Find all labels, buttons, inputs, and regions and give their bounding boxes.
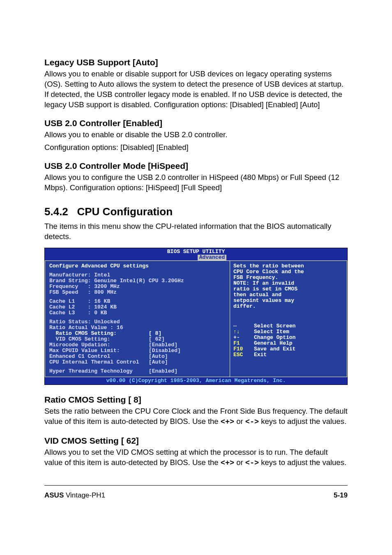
bios-line: Brand String: Genuine Intel(R) CPU 3.20G… <box>49 278 226 284</box>
nav-label: Select Screen <box>254 323 295 329</box>
text: keys to adjust the values. <box>259 458 346 467</box>
body-usb20-1: Allows you to enable or disable the USB … <box>44 130 348 140</box>
body-vid-cmos: Allows you to set the VID CMOS setting a… <box>44 447 348 469</box>
section-title: CPU Configuration <box>77 205 173 218</box>
bios-line: Ratio CMOS Setting: [ 8] <box>49 331 226 336</box>
nav-key: ESC <box>233 352 254 358</box>
heading-legacy-usb: Legacy USB Support [Auto] <box>44 58 348 67</box>
bios-line: Enhanced C1 Control [Auto] <box>49 354 226 359</box>
bios-line: Ratio Status: Unlocked <box>49 319 226 325</box>
body-usb20-2: Configuration options: [Disabled] [Enabl… <box>44 143 348 153</box>
bios-line: Ratio Actual Value : 16 <box>49 325 226 331</box>
bios-help: Sets the ratio between <box>233 263 344 269</box>
key-minus: <-> <box>245 459 259 467</box>
bios-line: Microcode Updation: [Enabled] <box>49 342 226 348</box>
bios-tab-advanced: Advanced <box>198 255 226 260</box>
bios-line: Cache L2 : 1024 KB <box>49 304 226 310</box>
footer-page: 5-19 <box>334 491 348 500</box>
bios-help: setpoint values may <box>233 298 344 304</box>
nav-label: General Help <box>254 341 293 346</box>
footer-left: ASUS Vintage-PH1 <box>44 491 105 500</box>
bios-line: VID CMOS Setting: [ 62] <box>49 336 226 342</box>
bios-left-pane: Configure Advanced CPU settings Manufact… <box>45 260 230 377</box>
footer-model: Vintage-PH1 <box>64 491 105 499</box>
nav-label: Save and Exit <box>254 346 295 352</box>
bios-line: Manufacturer: Intel <box>49 272 226 278</box>
nav-key: ↔ <box>233 323 254 329</box>
bios-nav-row: ↔Select Screen <box>233 323 344 329</box>
bios-line: Cache L1 : 16 KB <box>49 299 226 304</box>
text: keys to adjust the values. <box>259 417 346 426</box>
key-plus: <+> <box>221 459 234 467</box>
nav-label: Change Option <box>254 335 295 341</box>
nav-key: ↑↓ <box>233 329 254 335</box>
bios-nav-row: +-Change Option <box>233 335 344 341</box>
bios-titlebar: BIOS SETUP UTILITY Advanced <box>45 248 347 260</box>
nav-key: +- <box>233 335 254 341</box>
footer-rule <box>44 485 348 486</box>
bios-left-heading: Configure Advanced CPU settings <box>49 263 226 269</box>
bios-help: differ. <box>233 304 344 309</box>
bios-line: Hyper Threading Technology [Enabled] <box>49 368 226 374</box>
bios-title-text: BIOS SETUP UTILITY <box>45 249 347 255</box>
bios-copyright: v00.00 (C)Copyright 1985-2003, American … <box>45 377 347 385</box>
bios-help: CPU Core Clock and the <box>233 269 344 275</box>
body-cpu-config: The items in this menu show the CPU-rela… <box>44 221 348 242</box>
text: or <box>234 458 245 467</box>
bios-screenshot: BIOS SETUP UTILITY Advanced Configure Ad… <box>44 248 348 385</box>
bios-nav-row: ↑↓Select Item <box>233 329 344 335</box>
bios-right-pane: Sets the ratio between CPU Core Clock an… <box>230 260 347 377</box>
heading-ratio-cmos: Ratio CMOS Setting [ 8] <box>44 395 348 405</box>
bios-line: Cache L3 : 0 KB <box>49 310 226 316</box>
nav-label: Select Item <box>254 329 289 335</box>
section-number: 5.4.2 <box>44 205 68 218</box>
body-legacy-usb: Allows you to enable or disable support … <box>44 69 348 110</box>
bios-line: CPU Internal Thermal Control [Auto] <box>49 359 226 365</box>
heading-vid-cmos: VID CMOS Setting [ 62] <box>44 436 348 446</box>
nav-key: F10 <box>233 346 254 352</box>
body-usb20-mode: Allows you to configure the USB 2.0 cont… <box>44 173 348 193</box>
heading-cpu-configuration: 5.4.2 CPU Configuration <box>44 205 348 218</box>
bios-help: FSB Frequency. <box>233 275 344 281</box>
text: or <box>234 417 245 426</box>
key-minus: <-> <box>245 418 259 426</box>
bios-help: NOTE: If an invalid <box>233 281 344 286</box>
bios-help: then actual and <box>233 292 344 298</box>
footer-brand: ASUS <box>44 491 64 499</box>
key-plus: <+> <box>221 418 234 426</box>
bios-nav-row: F10Save and Exit <box>233 346 344 352</box>
heading-usb20-controller: USB 2.0 Controller [Enabled] <box>44 118 348 128</box>
bios-nav-row: F1General Help <box>233 341 344 346</box>
bios-line: Max CPUID Value Limit: [Disabled] <box>49 348 226 354</box>
page-footer: ASUS Vintage-PH1 5-19 <box>44 489 348 500</box>
bios-line: Frequency : 3200 MHz <box>49 284 226 290</box>
body-ratio-cmos: Sets the ratio between the CPU Core Cloc… <box>44 406 348 428</box>
bios-line: FSB Speed : 800 MHz <box>49 290 226 295</box>
nav-key: F1 <box>233 341 254 346</box>
bios-nav-row: ESCExit <box>233 352 344 358</box>
bios-help: ratio is set in CMOS <box>233 286 344 292</box>
heading-usb20-mode: USB 2.0 Controller Mode [HiSpeed] <box>44 161 348 171</box>
nav-label: Exit <box>254 352 267 358</box>
